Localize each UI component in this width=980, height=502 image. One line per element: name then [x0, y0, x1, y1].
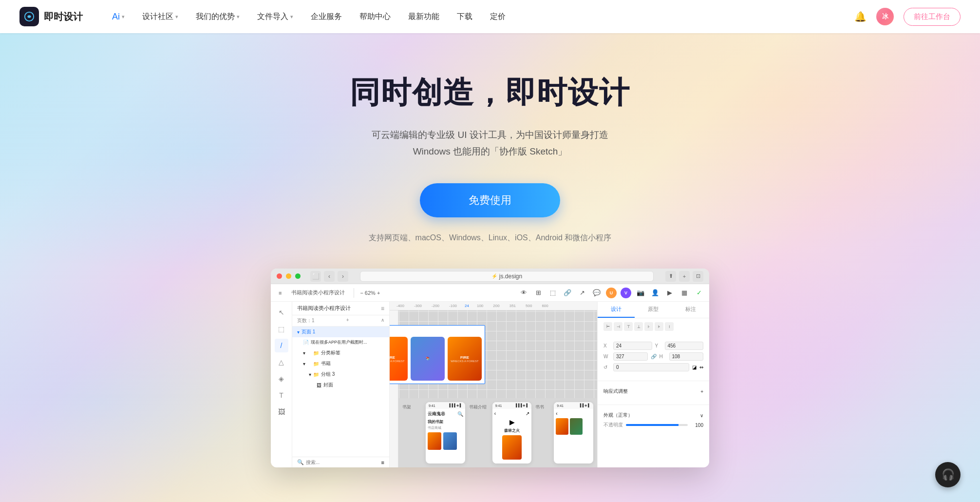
- opacity-row: 不透明度 100: [603, 422, 703, 428]
- frame-icon[interactable]: ⬚: [547, 288, 558, 298]
- responsive-header: 响应式调整 +: [603, 388, 703, 395]
- screen-label-3: 书书: [535, 402, 550, 463]
- sidebar-toggle-button[interactable]: ⊡: [693, 271, 703, 282]
- nav-prev-button[interactable]: ‹: [324, 271, 335, 282]
- chevron-down-icon[interactable]: ∨: [700, 413, 703, 418]
- frame-tool-icon[interactable]: ⬚: [275, 322, 288, 336]
- layer-page-1[interactable]: ▾ 页面 1: [292, 327, 389, 337]
- align-center-h-icon[interactable]: ⊣: [614, 322, 622, 331]
- app-window: ⬜ ‹ › ⚡ js.design ⬆ + ⊡ ≡ 书籍阅读类小程序设计: [271, 269, 709, 467]
- present-icon[interactable]: ▦: [679, 288, 690, 298]
- nav-item-pricing[interactable]: 定价: [490, 12, 506, 22]
- nav-logo[interactable]: 即时设计: [19, 7, 83, 26]
- y-label: Y: [655, 343, 662, 348]
- tab-design[interactable]: 设计: [598, 302, 635, 318]
- nav-next-button[interactable]: ›: [338, 271, 348, 282]
- mobile-screen-3[interactable]: 9:41 ▐▐ ◈ ▌ ‹: [554, 402, 593, 463]
- add-responsive-icon[interactable]: +: [700, 389, 703, 394]
- mobile-screen-1[interactable]: 9:41 ▐▐▐ ◈ ▌ 云南鬼谷 🔍 我的书架 书店商城: [426, 402, 465, 463]
- notification-bell-icon[interactable]: 🔔: [854, 11, 867, 22]
- collaborator-avatar-1: U: [606, 288, 617, 298]
- left-tool-panel: ↖ ⬚ / △ ◈ T 🖼: [271, 302, 292, 467]
- flip-icon[interactable]: ⇔: [699, 365, 703, 370]
- grid-icon[interactable]: ⊞: [533, 288, 544, 298]
- nav-item-download[interactable]: 下载: [457, 12, 472, 22]
- align-top-icon[interactable]: ⊥: [634, 322, 643, 331]
- user-icon[interactable]: 👤: [650, 288, 660, 298]
- align-right-icon[interactable]: ⊤: [624, 322, 633, 331]
- link-proportions-icon[interactable]: 🔗: [651, 354, 657, 359]
- add-page-icon[interactable]: +: [346, 317, 349, 324]
- collapse-icon[interactable]: ∧: [381, 317, 384, 324]
- nav-item-help[interactable]: 帮助中心: [359, 12, 391, 22]
- screen-label-1: 书架: [402, 402, 422, 463]
- traffic-light-red: [277, 273, 282, 279]
- rotation-prop-row: ↺ 0 ◪ ⇔: [603, 363, 703, 371]
- align-bottom-icon[interactable]: ⊧: [655, 322, 663, 331]
- status-icon[interactable]: ✓: [694, 288, 704, 298]
- workspace-button[interactable]: 前往工作台: [904, 8, 961, 26]
- component-icon[interactable]: ◈: [275, 372, 288, 386]
- cta-button[interactable]: 免费使用: [420, 183, 560, 217]
- align-section: ⊢ ⊣ ⊤ ⊥ ⊦ ⊧ ⁞: [598, 318, 709, 338]
- nav-item-import[interactable]: 文件导入 ▾: [257, 12, 293, 22]
- nav-item-community[interactable]: 设计社区 ▾: [142, 12, 178, 22]
- link-icon[interactable]: 🔗: [562, 288, 573, 298]
- support-button[interactable]: 🎧: [935, 462, 961, 487]
- add-tab-button[interactable]: +: [679, 271, 690, 282]
- opacity-slider[interactable]: [626, 424, 688, 426]
- import-chevron-icon: ▾: [290, 14, 293, 20]
- y-value[interactable]: 456: [665, 342, 704, 350]
- layer-item-1[interactable]: 📄 现在很多APP在用户截图时...: [292, 337, 389, 348]
- rotation-value[interactable]: 0: [613, 363, 689, 371]
- nav-item-advantage[interactable]: 我们的优势 ▾: [196, 12, 240, 22]
- layer-item-4[interactable]: ▾ 📁 分组 3: [292, 369, 389, 380]
- nav-item-new[interactable]: 最新功能: [408, 12, 439, 22]
- layer-item-3[interactable]: ▾ 📁 书籍: [292, 358, 389, 369]
- book-card-1[interactable]: FIRE WRECKS A FOREST: [390, 337, 408, 381]
- h-value[interactable]: 108: [669, 352, 704, 361]
- search-input[interactable]: [306, 460, 379, 465]
- avatar[interactable]: 冰: [876, 8, 894, 25]
- canvas-frame[interactable]: ◆ 首页 FIRE WRECKS A FOREST: [390, 325, 485, 384]
- comment-icon[interactable]: 💬: [591, 288, 602, 298]
- camera-icon[interactable]: 📷: [635, 288, 646, 298]
- url-bar[interactable]: ⚡ js.design: [360, 271, 654, 282]
- distribute-icon[interactable]: ⁞: [665, 322, 674, 331]
- search-icon: 🔍: [297, 459, 304, 465]
- nav-item-ai[interactable]: Ai ▾: [112, 12, 125, 22]
- layers-menu-icon[interactable]: ≡: [381, 305, 384, 312]
- project-name[interactable]: 书籍阅读类小程序设计: [288, 288, 348, 297]
- play-icon[interactable]: ▶: [664, 288, 675, 298]
- shape-tool-icon[interactable]: △: [275, 355, 288, 369]
- align-left-icon[interactable]: ⊢: [603, 322, 612, 331]
- align-center-v-icon[interactable]: ⊦: [644, 322, 653, 331]
- corner-icon[interactable]: ◪: [692, 365, 697, 370]
- hero-content: 同时创造，即时设计 可云端编辑的专业级 UI 设计工具，为中国设计师量身打造 W…: [350, 72, 630, 243]
- menu-icon[interactable]: ≡: [276, 289, 284, 297]
- nav-back-button[interactable]: ⬜: [310, 271, 321, 282]
- share-icon[interactable]: ↗: [577, 288, 587, 298]
- book-card-3[interactable]: FIRE WRECKS A FOREST: [448, 337, 482, 381]
- nav-item-enterprise[interactable]: 企业服务: [311, 12, 342, 22]
- layer-item-2[interactable]: ▾ 📁 分类标签: [292, 348, 389, 358]
- mobile-screen-2[interactable]: 9:41 ▐▐▐ ◈ ▌ ‹ ↗ ▶: [492, 402, 532, 463]
- canvas-area[interactable]: -400 -300 -200 -100 24 100 200 351 500 6…: [390, 302, 597, 467]
- select-tool-icon[interactable]: ↖: [275, 306, 288, 319]
- tab-prototype[interactable]: 原型: [635, 302, 672, 318]
- eye-icon[interactable]: 👁: [518, 288, 529, 298]
- text-tool-icon[interactable]: T: [275, 388, 288, 402]
- share-button[interactable]: ⬆: [665, 271, 676, 282]
- pen-tool-icon[interactable]: /: [275, 339, 288, 352]
- image-tool-icon[interactable]: 🖼: [275, 405, 288, 419]
- logo-icon: [19, 7, 39, 26]
- w-value[interactable]: 327: [613, 352, 648, 361]
- community-chevron-icon: ▾: [175, 14, 178, 20]
- filter-icon[interactable]: ≡: [381, 460, 384, 465]
- zoom-control[interactable]: − 62% +: [360, 290, 380, 296]
- layer-item-5[interactable]: 🖼 封面: [292, 380, 389, 390]
- align-icons: ⊢ ⊣ ⊤ ⊥ ⊦ ⊧ ⁞: [603, 322, 703, 331]
- tab-annotate[interactable]: 标注: [672, 302, 709, 318]
- x-value[interactable]: 24: [613, 342, 652, 350]
- book-card-2[interactable]: 📚: [411, 337, 445, 381]
